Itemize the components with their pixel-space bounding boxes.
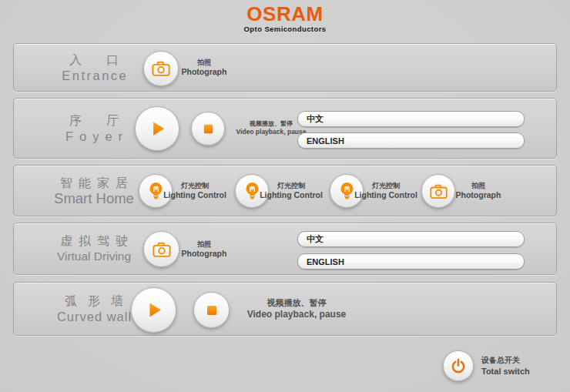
label-zh: 设备总开关 xyxy=(481,355,558,366)
foyer-play-button[interactable] xyxy=(135,106,179,151)
osram-logo: OSRAM xyxy=(0,4,570,24)
lighting-control-label-3: 灯光控制 Lighting Control xyxy=(349,166,423,216)
foyer-video-label: 视频播放、暂停 Video playback, pause xyxy=(233,99,310,158)
panel-virtual-driving: 虚拟驾驶 Virtual Driving 拍照 Photograph 中文 EN… xyxy=(13,223,557,275)
lighting-control-label-1: 灯光控制 Lighting Control xyxy=(158,166,232,216)
header: OSRAM Opto Semiconductors xyxy=(0,4,570,33)
foyer-english-button[interactable]: ENGLISH xyxy=(297,132,525,149)
label-zh: 灯光控制 xyxy=(254,181,328,190)
label-zh: 灯光控制 xyxy=(158,181,232,190)
section-title-zh: 序厅 xyxy=(45,113,143,129)
entrance-photo-label: 拍照 Photograph xyxy=(169,44,239,91)
lighting-control-label-2: 灯光控制 Lighting Control xyxy=(254,166,328,216)
panel-curved-wall: 弧形墙 Curved wall 视频播放、暂停 Video playback, … xyxy=(13,282,557,336)
brand-subtitle: Opto Semiconductors xyxy=(0,25,570,33)
curved-wall-play-button[interactable] xyxy=(131,287,176,333)
section-title-en: Curved wall xyxy=(56,309,132,324)
field-label: 中文 xyxy=(307,233,324,245)
panel-foyer: 序厅 Foyer 视频播放、暂停 Video playback, pause 中… xyxy=(13,98,557,159)
camera-icon xyxy=(152,240,172,259)
foyer-chinese-button[interactable]: 中文 xyxy=(297,111,525,127)
field-label: ENGLISH xyxy=(307,257,344,266)
section-title-en: Foyer xyxy=(59,129,129,144)
section-title-entrance: 入口 Entrance xyxy=(28,44,160,91)
field-label: 中文 xyxy=(307,113,324,125)
section-title-zh: 虚拟驾驶 xyxy=(54,233,134,249)
field-label: ENGLISH xyxy=(307,136,344,146)
section-title-en: Entrance xyxy=(60,68,129,83)
stop-icon xyxy=(202,122,215,136)
label-en: Photograph xyxy=(169,67,239,77)
label-en: Photograph xyxy=(444,190,513,200)
section-title-zh: 入口 xyxy=(45,52,143,68)
section-title-zh: 智能家居 xyxy=(54,176,134,191)
section-title-en: Smart Home xyxy=(54,191,134,206)
label-en: Video playback, pause xyxy=(231,309,362,320)
section-title-zh: 弧形墙 xyxy=(54,293,134,309)
label-zh: 拍照 xyxy=(169,58,239,67)
footer: 设备总开关 Total switch xyxy=(0,347,570,385)
label-zh: 拍照 xyxy=(169,240,239,249)
label-en: Lighting Control xyxy=(254,190,328,200)
control-panel: OSRAM Opto Semiconductors 入口 Entrance 拍照… xyxy=(0,0,570,392)
curved-wall-stop-button[interactable] xyxy=(193,292,230,328)
total-switch-label: 设备总开关 Total switch xyxy=(481,347,558,385)
panel-entrance: 入口 Entrance 拍照 Photograph xyxy=(13,43,557,92)
label-zh: 灯光控制 xyxy=(349,181,423,190)
smart-home-photo-label: 拍照 Photograph xyxy=(444,166,513,216)
label-en: Total switch xyxy=(481,366,558,377)
panel-smart-home: 智能家居 Smart Home 灯光控制 Lighting Control xyxy=(13,165,557,216)
foyer-stop-button[interactable] xyxy=(191,112,225,146)
label-en: Photograph xyxy=(169,249,239,259)
curved-wall-video-label: 视频播放、暂停 Video playback, pause xyxy=(231,283,362,335)
label-zh: 视频播放、暂停 xyxy=(231,297,362,309)
label-en: Lighting Control xyxy=(349,190,423,200)
virtual-driving-photo-label: 拍照 Photograph xyxy=(169,223,239,274)
section-title-virtual-driving: 虚拟驾驶 Virtual Driving xyxy=(28,223,160,274)
section-title-en: Virtual Driving xyxy=(57,249,131,264)
virtual-driving-english-button[interactable]: ENGLISH xyxy=(297,253,525,270)
play-icon xyxy=(147,119,167,139)
label-zh: 拍照 xyxy=(444,181,513,190)
label-en: Lighting Control xyxy=(158,190,232,200)
total-switch-button[interactable] xyxy=(443,350,474,381)
power-icon xyxy=(449,357,468,375)
play-icon xyxy=(143,300,164,320)
stop-icon xyxy=(205,303,219,317)
camera-icon xyxy=(151,59,171,78)
virtual-driving-chinese-button[interactable]: 中文 xyxy=(297,231,525,247)
